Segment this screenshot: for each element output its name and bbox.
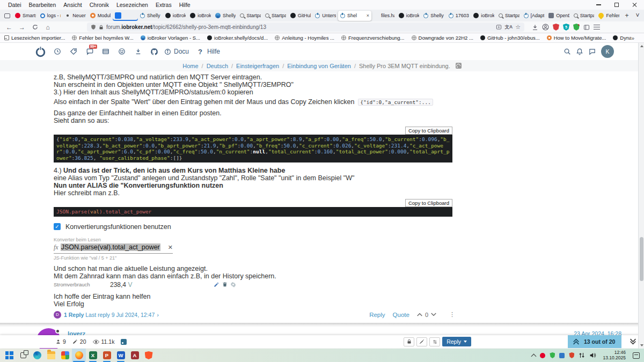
close-button[interactable] — [626, 0, 644, 10]
bookmark-item[interactable]: Downgrade von 22H2 ... — [412, 35, 473, 41]
bookmark-item[interactable]: Fehler bei hoymiles W... — [72, 35, 133, 41]
brave-icon[interactable] — [142, 349, 156, 362]
account-icon[interactable] — [542, 24, 549, 31]
hidden-icons-chevron[interactable] — [531, 353, 537, 359]
browser-tab[interactable]: ioBroke — [397, 11, 422, 21]
network-icon[interactable] — [579, 352, 585, 358]
menu-item[interactable]: Bearbeiten — [25, 2, 60, 8]
browser-tab[interactable]: files.haus-a — [371, 11, 397, 21]
action-center-icon[interactable] — [633, 352, 640, 359]
bookmark-star-icon[interactable]: ☆ — [515, 24, 521, 31]
menu-item[interactable]: Hilfe — [175, 2, 194, 8]
browser-tab[interactable]: Unters — [313, 11, 338, 21]
bookmark-item[interactable]: How to Move/Migrate... — [547, 35, 606, 41]
bookmark-item[interactable]: Dynamic Power Limite... — [613, 35, 631, 41]
browser-tab[interactable]: Startpa — [496, 11, 522, 21]
search-icon[interactable] — [564, 48, 571, 55]
browser-tab[interactable]: OpenD — [546, 11, 572, 21]
back-button[interactable]: ← — [3, 23, 15, 32]
firefox-view-icon[interactable] — [1, 11, 13, 20]
categories-list-icon[interactable] — [98, 45, 114, 58]
privacy-extension-icon[interactable]: 1 — [573, 24, 580, 31]
adguard-extension-icon[interactable] — [553, 24, 559, 31]
file-explorer-icon[interactable] — [44, 349, 58, 362]
breadcrumb-link-einsteigerfragen[interactable]: Einsteigerfragen — [236, 63, 279, 69]
converter-input[interactable]: fx JSON.parse(val).total_act_power ✕ — [54, 243, 173, 254]
browser-tab[interactable]: Startpa — [263, 11, 288, 21]
maximize-button[interactable] — [608, 0, 626, 10]
last-reply-link[interactable]: Last reply 9 Jul 2024, 12:47 — [85, 312, 155, 318]
downvote-icon[interactable] — [431, 313, 436, 316]
menu-item[interactable]: Extras — [152, 2, 175, 8]
reply-count-link[interactable]: 1 Reply — [64, 312, 84, 318]
tab-close-icon[interactable]: × — [367, 13, 369, 18]
edge-icon[interactable] — [30, 349, 44, 362]
tray-blue-icon[interactable] — [559, 353, 565, 358]
recent-clock-icon[interactable] — [49, 45, 65, 58]
breadcrumb-link-einbindung[interactable]: Einbindung von Geräten — [287, 63, 351, 69]
upvote-icon[interactable] — [417, 313, 422, 316]
browser-tab[interactable]: ioBroke — [471, 11, 496, 21]
settings-gear-icon[interactable] — [230, 282, 236, 287]
copy-to-clipboard-button[interactable]: Copy to Clipboard — [405, 199, 452, 207]
word-icon[interactable]: W — [114, 349, 128, 362]
copy-to-clipboard-button[interactable]: Copy to Clipboard — [405, 127, 452, 135]
menu-item[interactable]: Lesezeichen — [113, 2, 152, 8]
bookmark-item[interactable]: Anleitung - Hoymiles ... — [275, 35, 334, 41]
tab-list-button[interactable]: ˅ — [632, 11, 643, 20]
browser-tab[interactable]: Shelly P — [421, 11, 447, 21]
browser-tab[interactable]: Startpa — [572, 11, 597, 21]
new-tab-button[interactable]: + — [621, 11, 632, 20]
chat-bubble-icon[interactable] — [588, 48, 596, 55]
scrollbar[interactable] — [638, 43, 644, 349]
firefox-icon[interactable] — [72, 349, 86, 362]
browser-tab[interactable]: [Adapt — [522, 11, 547, 21]
browser-tab[interactable]: ioBroke — [188, 11, 213, 21]
browser-tab[interactable]: Fehler — [596, 11, 621, 21]
scroll-down-arrow[interactable] — [640, 344, 643, 346]
url-bar[interactable]: forum.iobroker.net/topic/62662/shelly-pr… — [87, 23, 524, 32]
menu-hamburger-icon[interactable] — [594, 25, 600, 30]
breadcrumb-link-home[interactable]: Home — [182, 63, 198, 69]
task-view-button[interactable] — [16, 349, 30, 362]
sort-posts-button[interactable] — [429, 337, 440, 346]
browser-tab[interactable]: Neuer T — [63, 11, 88, 21]
github-icon[interactable] — [146, 45, 162, 58]
browser-tab[interactable]: Shelly — [138, 11, 163, 21]
quote-link[interactable]: Quote — [393, 312, 409, 318]
menu-item[interactable]: Ansicht — [60, 2, 85, 8]
topic-rss-icon[interactable] — [121, 339, 127, 345]
reply-button[interactable]: Reply — [442, 337, 471, 346]
browser-tab[interactable]: Shel × — [338, 11, 371, 21]
download-icon[interactable] — [130, 45, 146, 58]
converter-value[interactable]: JSON.parse(val).total_act_power — [61, 243, 160, 251]
reload-button[interactable] — [29, 23, 41, 32]
checkbox-checked[interactable]: ✓ — [54, 223, 61, 230]
jump-to-top-icon[interactable] — [573, 338, 580, 345]
browser-tab[interactable]: Shelly P — [213, 11, 238, 21]
docu-label[interactable]: Docu — [174, 48, 189, 55]
volume-icon[interactable] — [589, 352, 596, 358]
browser-tab[interactable]: logs - n — [38, 11, 63, 21]
user-avatar[interactable]: K — [601, 45, 614, 58]
mark-unread-button[interactable] — [416, 337, 427, 346]
minimize-button[interactable] — [589, 0, 608, 10]
sidebar-icon[interactable] — [583, 24, 590, 31]
clear-input-icon[interactable]: ✕ — [168, 244, 173, 251]
browser-tab[interactable]: GitHub — [288, 11, 313, 21]
tracking-shield-icon[interactable] — [91, 24, 96, 30]
post-menu-icon[interactable]: ⋮ — [449, 311, 455, 318]
browser-tab[interactable] — [113, 11, 138, 21]
docu-info-icon[interactable] — [162, 45, 173, 58]
start-button[interactable] — [2, 349, 16, 362]
downloads-icon[interactable] — [532, 24, 538, 31]
replier-avatar[interactable]: D — [54, 311, 61, 319]
ghostery-extension-icon[interactable]: 5 — [563, 24, 569, 31]
taskbar-clock[interactable]: 12:46 13.10.2025 — [603, 350, 626, 360]
app-grid-icon[interactable] — [58, 349, 72, 362]
menu-item[interactable]: Chronik — [86, 2, 113, 8]
edit-pencil-icon[interactable] — [214, 282, 219, 287]
tags-icon[interactable] — [65, 45, 82, 58]
translate-icon[interactable]: 文A — [504, 24, 513, 31]
menu-item[interactable]: Datei — [4, 2, 25, 8]
